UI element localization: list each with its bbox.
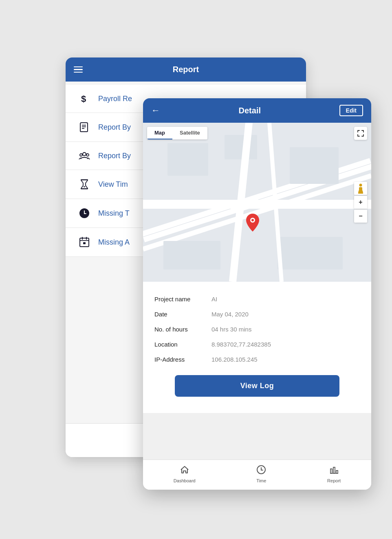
svg-rect-29 bbox=[277, 237, 343, 270]
fullscreen-icon bbox=[357, 130, 364, 137]
view-log-button[interactable]: View Log bbox=[175, 375, 339, 397]
front-phone-title: Detail bbox=[160, 106, 339, 115]
front-nav-time[interactable]: Time bbox=[256, 465, 266, 483]
detail-row-date: Date May 04, 2020 bbox=[154, 307, 360, 322]
detail-row-ip: IP-Address 106.208.105.245 bbox=[154, 352, 360, 367]
detail-section: Project name AI Date May 04, 2020 No. of… bbox=[143, 282, 371, 413]
report-by-2-label: Report By bbox=[98, 152, 131, 160]
map-tab-satellite[interactable]: Satellite bbox=[172, 127, 207, 139]
map-controls: + − bbox=[354, 182, 367, 223]
value-hours: 04 hrs 30 mins bbox=[211, 326, 360, 333]
front-clock-icon bbox=[256, 465, 266, 477]
report-by-1-label: Report By bbox=[98, 123, 131, 132]
detail-row-project: Project name AI bbox=[154, 292, 360, 307]
front-nav-dashboard-label: Dashboard bbox=[174, 478, 196, 483]
calendar-icon bbox=[77, 237, 92, 247]
svg-rect-18 bbox=[83, 242, 86, 244]
svg-rect-40 bbox=[333, 467, 335, 473]
front-house-icon bbox=[180, 465, 189, 477]
back-phone-header: Report bbox=[66, 57, 306, 82]
label-date: Date bbox=[154, 311, 211, 318]
svg-point-7 bbox=[86, 154, 89, 156]
svg-point-5 bbox=[83, 152, 86, 156]
value-project-name: AI bbox=[211, 296, 360, 303]
clock-icon bbox=[77, 208, 92, 219]
svg-rect-41 bbox=[336, 471, 338, 473]
missing-a-label: Missing A bbox=[98, 238, 130, 247]
hourglass-icon bbox=[77, 179, 92, 190]
map-tab-map[interactable]: Map bbox=[147, 127, 172, 139]
front-nav-report[interactable]: Report bbox=[327, 465, 341, 483]
svg-rect-33 bbox=[359, 187, 362, 190]
view-time-label: View Tim bbox=[98, 180, 128, 189]
label-ip: IP-Address bbox=[154, 356, 211, 363]
label-hours: No. of hours bbox=[154, 326, 211, 333]
back-phone-title: Report bbox=[173, 65, 199, 74]
svg-rect-28 bbox=[163, 241, 220, 270]
detail-row-hours: No. of hours 04 hrs 30 mins bbox=[154, 322, 360, 337]
front-barchart-icon bbox=[329, 465, 339, 477]
svg-rect-25 bbox=[167, 143, 208, 176]
group-icon bbox=[77, 151, 92, 161]
front-nav-time-label: Time bbox=[256, 478, 266, 483]
label-project-name: Project name bbox=[154, 296, 211, 303]
back-arrow-icon[interactable]: ← bbox=[151, 105, 160, 116]
front-phone-header: ← Detail Edit bbox=[143, 98, 371, 123]
zoom-out-button[interactable]: − bbox=[354, 210, 367, 223]
label-location: Location bbox=[154, 341, 211, 348]
map-fullscreen-button[interactable] bbox=[354, 127, 367, 140]
payroll-label: Payroll Re bbox=[98, 95, 132, 103]
svg-point-35 bbox=[251, 219, 254, 221]
map-tabs: Map Satellite bbox=[147, 127, 207, 139]
svg-rect-27 bbox=[290, 147, 339, 184]
value-date: May 04, 2020 bbox=[211, 311, 360, 318]
person-icon bbox=[356, 183, 365, 194]
map-pin bbox=[245, 213, 260, 234]
svg-rect-1 bbox=[80, 123, 88, 132]
scene: Report $ Payroll Re bbox=[53, 45, 339, 494]
front-nav-report-label: Report bbox=[327, 478, 341, 483]
svg-rect-39 bbox=[330, 469, 332, 473]
front-phone-bottom-nav: Dashboard Time bbox=[143, 459, 371, 490]
map-background bbox=[143, 123, 371, 282]
svg-rect-26 bbox=[225, 135, 257, 159]
missing-t-label: Missing T bbox=[98, 209, 130, 218]
street-view-button[interactable] bbox=[354, 182, 367, 195]
front-nav-dashboard[interactable]: Dashboard bbox=[174, 465, 196, 483]
report-list-icon bbox=[77, 122, 92, 133]
location-pin-icon bbox=[245, 213, 260, 232]
value-location: 8.983702,77.2482385 bbox=[211, 341, 360, 348]
hamburger-icon[interactable] bbox=[74, 66, 83, 73]
svg-text:$: $ bbox=[81, 94, 86, 104]
edit-button[interactable]: Edit bbox=[339, 105, 363, 116]
detail-row-location: Location 8.983702,77.2482385 bbox=[154, 337, 360, 352]
map-container: Map Satellite bbox=[143, 123, 371, 282]
value-ip: 106.208.105.245 bbox=[211, 356, 360, 363]
dollar-icon: $ bbox=[77, 94, 92, 104]
detail-phone: ← Detail Edit bbox=[143, 98, 371, 490]
zoom-in-button[interactable]: + bbox=[354, 196, 367, 209]
svg-point-32 bbox=[359, 184, 362, 187]
svg-point-6 bbox=[80, 154, 82, 156]
